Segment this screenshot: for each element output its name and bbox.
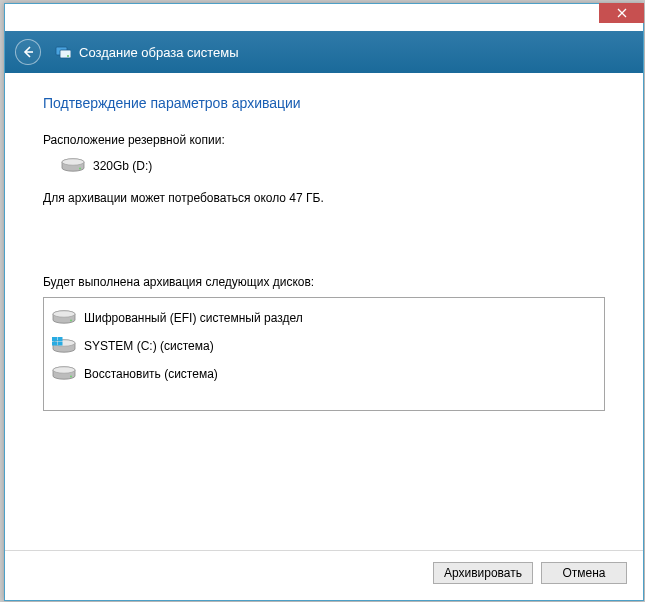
disk-list-label: Будет выполнена архивация следующих диск… — [43, 275, 605, 289]
svg-rect-14 — [52, 337, 57, 341]
svg-point-7 — [62, 159, 84, 165]
close-button[interactable] — [599, 3, 644, 23]
wizard-title: Создание образа системы — [79, 45, 239, 60]
backup-location-label: Расположение резервной копии: — [43, 133, 605, 147]
archive-button[interactable]: Архивировать — [433, 562, 533, 584]
svg-point-10 — [53, 311, 75, 317]
disk-name: Шифрованный (EFI) системный раздел — [84, 311, 303, 325]
list-item: SYSTEM (C:) (система) — [52, 332, 596, 360]
page-subtitle: Подтверждение параметров архивации — [43, 95, 605, 111]
svg-rect-16 — [52, 342, 57, 346]
svg-rect-4 — [60, 50, 71, 58]
list-item: Шифрованный (EFI) системный раздел — [52, 304, 596, 332]
disk-name: SYSTEM (C:) (система) — [84, 339, 214, 353]
backup-drive-name: 320Gb (D:) — [93, 159, 152, 173]
wizard-content: Подтверждение параметров архивации Распо… — [5, 73, 643, 550]
hdd-icon — [61, 157, 85, 175]
svg-point-5 — [67, 55, 69, 57]
wizard-window: Создание образа системы Подтверждение па… — [4, 3, 644, 601]
wizard-footer: Архивировать Отмена — [5, 550, 643, 595]
svg-rect-15 — [58, 337, 63, 341]
size-info: Для архивации может потребоваться около … — [43, 191, 605, 205]
close-icon — [617, 8, 627, 18]
windows-hdd-icon — [52, 337, 76, 355]
system-image-icon — [55, 44, 71, 60]
svg-point-8 — [79, 168, 81, 170]
hdd-icon — [52, 309, 76, 327]
titlebar — [5, 4, 643, 31]
hdd-icon — [52, 365, 76, 383]
disk-list: Шифрованный (EFI) системный раздел SYSTE… — [43, 297, 605, 411]
backup-drive-row: 320Gb (D:) — [61, 157, 605, 175]
cancel-button[interactable]: Отмена — [541, 562, 627, 584]
svg-point-20 — [70, 376, 72, 378]
back-button[interactable] — [15, 39, 41, 65]
svg-point-11 — [70, 320, 72, 322]
wizard-header: Создание образа системы — [5, 31, 643, 73]
arrow-left-icon — [21, 45, 35, 59]
svg-rect-17 — [58, 342, 63, 346]
list-item: Восстановить (система) — [52, 360, 596, 388]
svg-point-19 — [53, 367, 75, 373]
disk-name: Восстановить (система) — [84, 367, 218, 381]
